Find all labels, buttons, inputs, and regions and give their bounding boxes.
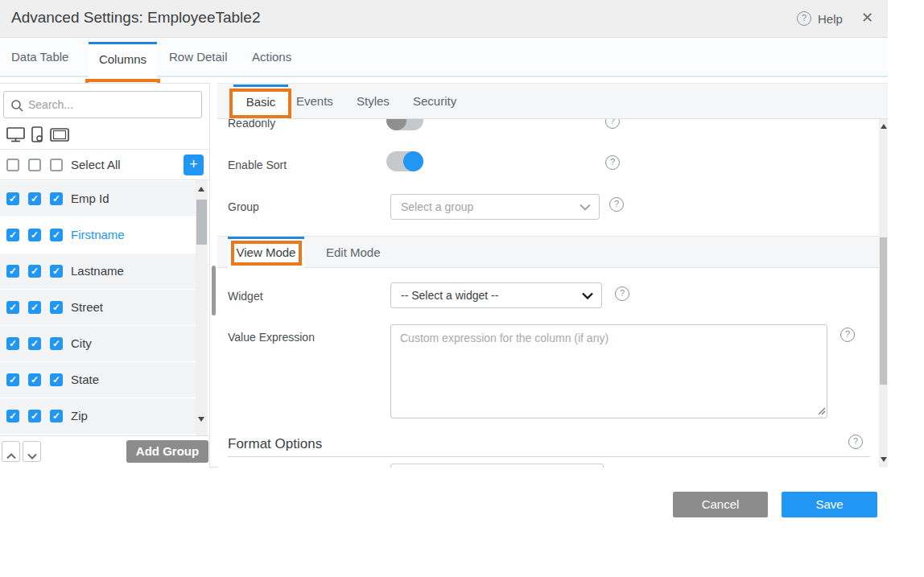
close-icon[interactable]: ✕: [861, 9, 873, 27]
readonly-help-icon[interactable]: ?: [605, 119, 620, 129]
column-checkbox[interactable]: [50, 192, 63, 205]
page: Advanced Settings: EmployeeTable2 ? Help…: [0, 0, 924, 577]
column-checkbox[interactable]: [28, 265, 41, 278]
tab-actions[interactable]: Actions: [252, 38, 291, 76]
enable-sort-help-icon[interactable]: ?: [605, 155, 620, 170]
select-all-row: Select All +: [0, 150, 209, 180]
sidebar-bottom-bar: Add Group: [0, 435, 209, 468]
search-input[interactable]: [28, 93, 197, 117]
column-label: City: [71, 326, 92, 361]
device-toggle-row: [0, 119, 209, 150]
column-checkbox[interactable]: [28, 410, 41, 422]
group-dropdown[interactable]: Select a group: [390, 194, 600, 220]
tab-view-mode[interactable]: View Mode: [228, 237, 304, 269]
top-tab-bar: Data Table Columns Row Detail Actions: [0, 38, 888, 77]
column-checkbox[interactable]: [50, 265, 63, 278]
group-dropdown-placeholder: Select a group: [401, 195, 473, 219]
readonly-toggle[interactable]: [386, 119, 423, 130]
help-label[interactable]: Help: [818, 12, 843, 26]
toggle-knob: [386, 119, 406, 130]
tab-columns[interactable]: Columns: [89, 42, 157, 77]
scroll-down-icon[interactable]: [881, 457, 887, 462]
move-column-up-button[interactable]: [2, 441, 20, 462]
format-options-help-icon[interactable]: ?: [848, 435, 863, 449]
column-row-lastname[interactable]: Lastname: [0, 253, 196, 289]
tab-basic[interactable]: Basic: [233, 84, 288, 120]
column-row-zip[interactable]: Zip: [0, 398, 196, 434]
column-row-emp-id[interactable]: Emp Id: [0, 181, 196, 216]
scroll-up-icon[interactable]: [198, 187, 204, 192]
enable-sort-label: Enable Sort: [228, 159, 287, 171]
tab-security[interactable]: Security: [413, 84, 456, 119]
value-expression-help-icon[interactable]: ?: [840, 328, 855, 342]
column-row-street[interactable]: Street: [0, 290, 196, 325]
chevron-down-icon: [27, 453, 37, 460]
widget-select[interactable]: -- Select a widget --: [390, 282, 602, 308]
column-checkbox[interactable]: [6, 192, 19, 205]
tab-data-table[interactable]: Data Table: [11, 38, 68, 76]
dialog-header: Advanced Settings: EmployeeTable2 ? Help…: [0, 0, 888, 38]
tab-row-detail[interactable]: Row Detail: [169, 38, 228, 76]
chevron-down-icon: [580, 204, 591, 211]
format-options-divider: [228, 456, 870, 457]
scrollbar-thumb[interactable]: [196, 200, 207, 245]
group-help-icon[interactable]: ?: [609, 197, 624, 212]
properties-tab-bar: Basic Events Styles Security: [217, 83, 888, 119]
column-checkbox[interactable]: [6, 229, 19, 241]
dialog-title: Advanced Settings: EmployeeTable2: [11, 9, 260, 27]
enable-sort-toggle[interactable]: [386, 151, 423, 171]
column-checkbox[interactable]: [28, 373, 41, 386]
tab-styles[interactable]: Styles: [357, 84, 390, 119]
widget-label: Widget: [228, 290, 263, 303]
tablet-icon[interactable]: [50, 126, 70, 143]
chevron-down-icon: [582, 292, 593, 299]
column-checkbox[interactable]: [50, 337, 63, 350]
column-label: Zip: [71, 398, 88, 434]
column-label: Firstname: [71, 217, 125, 253]
group-label: Group: [228, 200, 259, 213]
column-checkbox[interactable]: [50, 373, 63, 386]
move-column-down-button[interactable]: [23, 441, 41, 462]
cancel-button[interactable]: Cancel: [673, 492, 768, 517]
column-row-firstname[interactable]: Firstname: [0, 217, 196, 253]
column-checkbox[interactable]: [28, 301, 41, 314]
column-list-scrollbar[interactable]: [196, 180, 208, 435]
select-all-checkbox-3[interactable]: [50, 159, 63, 171]
widget-select-value: -- Select a widget --: [401, 283, 498, 307]
add-column-button[interactable]: +: [184, 155, 204, 175]
scrollbar-thumb[interactable]: [880, 237, 887, 385]
column-row-city[interactable]: City: [0, 326, 196, 361]
column-checkbox[interactable]: [6, 301, 19, 314]
column-checkbox[interactable]: [6, 373, 19, 386]
help-icon[interactable]: ?: [797, 11, 811, 26]
toggle-knob: [403, 151, 423, 171]
column-checkbox[interactable]: [50, 410, 63, 422]
select-all-checkbox-1[interactable]: [6, 159, 19, 171]
column-checkbox[interactable]: [28, 192, 41, 205]
column-checkbox[interactable]: [6, 410, 19, 422]
add-group-button[interactable]: Add Group: [126, 440, 208, 463]
column-checkbox[interactable]: [50, 229, 63, 241]
save-button[interactable]: Save: [782, 492, 877, 517]
format-options-title: Format Options: [228, 436, 322, 452]
clipped-format-input[interactable]: [390, 464, 604, 468]
select-all-label: Select All: [71, 150, 121, 180]
column-checkbox[interactable]: [28, 337, 41, 350]
value-expression-textarea[interactable]: [390, 324, 827, 418]
select-all-checkbox-2[interactable]: [28, 159, 41, 171]
column-row-state[interactable]: State: [0, 362, 196, 398]
panel-scrollbar-thumb[interactable]: [212, 266, 216, 315]
scroll-up-icon[interactable]: [881, 124, 887, 129]
tab-events[interactable]: Events: [296, 84, 333, 119]
tab-edit-mode[interactable]: Edit Mode: [326, 237, 381, 269]
column-checkbox[interactable]: [6, 265, 19, 278]
widget-help-icon[interactable]: ?: [615, 286, 629, 301]
column-checkbox[interactable]: [28, 229, 41, 241]
scroll-down-icon[interactable]: [198, 417, 204, 422]
panel-scrollbar[interactable]: [879, 119, 888, 468]
readonly-label: Readonly: [228, 119, 275, 130]
mobile-icon[interactable]: [31, 126, 45, 143]
column-checkbox[interactable]: [50, 301, 63, 314]
column-checkbox[interactable]: [6, 337, 19, 350]
desktop-icon[interactable]: [6, 126, 26, 143]
